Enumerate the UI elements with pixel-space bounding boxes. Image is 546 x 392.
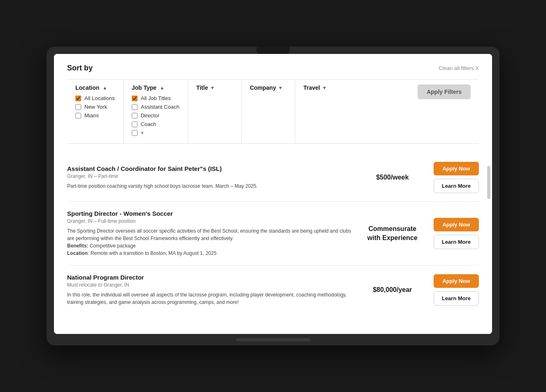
apply-filters-button[interactable]: Apply Filters: [418, 84, 471, 99]
filter-group-job-type: Job Type ▲ All Job Titles Ass: [124, 79, 188, 143]
checkbox-all-locations[interactable]: [75, 96, 81, 101]
filter-group-title: Title ▾: [188, 79, 242, 143]
filter-option-director[interactable]: Director: [132, 112, 180, 119]
filter-label-title: Title: [196, 84, 208, 91]
job-salary-3: $80,000/year: [359, 286, 425, 294]
filter-header-travel[interactable]: Travel ▾: [303, 84, 341, 91]
job-description-1: Part-time position coaching varsity high…: [67, 182, 351, 190]
apply-now-button-3[interactable]: Apply Now: [434, 274, 479, 288]
apply-now-button-1[interactable]: Apply Now: [434, 162, 479, 175]
filter-group-travel: Travel ▾: [295, 79, 349, 143]
job-actions-1: Apply Now Learn More: [434, 162, 479, 193]
job-card-1: Assistant Coach / Coordinator for Saint …: [67, 154, 479, 202]
filter-groups-container: Location ▲ All Locations New: [67, 79, 409, 143]
filter-option-more[interactable]: +: [132, 130, 180, 136]
filter-label-job-type: Job Type: [132, 84, 156, 91]
filter-option-assistant-coach[interactable]: Assistant Coach: [132, 104, 180, 110]
learn-more-button-2[interactable]: Learn More: [434, 235, 479, 249]
filter-option-all-locations[interactable]: All Locations: [75, 95, 115, 101]
job-location-3: Must relocate to Granger, IN: [67, 282, 351, 288]
filter-header-company[interactable]: Company ▾: [250, 84, 287, 91]
job-actions-3: Apply Now Learn More: [434, 274, 479, 306]
filter-dropdown-job-type: All Job Titles Assistant Coach Director: [132, 91, 180, 136]
filter-header-title[interactable]: Title ▾: [196, 84, 233, 91]
apply-now-button-2[interactable]: Apply Now: [434, 218, 479, 231]
filter-bar: Location ▲ All Locations New: [67, 79, 479, 144]
filter-dropdown-location: All Locations New York Miami: [75, 91, 115, 119]
job-listings: Assistant Coach / Coordinator for Saint …: [67, 154, 479, 314]
filter-label-company: Company: [250, 84, 276, 91]
sort-by-title: Sort by: [67, 64, 93, 72]
job-info-2: Sporting Director - Women's Soccer Grang…: [67, 210, 351, 257]
job-actions-2: Apply Now Learn More: [434, 218, 479, 249]
filter-option-new-york[interactable]: New York: [75, 104, 115, 110]
job-title-3: National Program Director: [67, 274, 351, 281]
job-card-2: Sporting Director - Women's Soccer Grang…: [67, 202, 479, 266]
chevron-up-icon-location: ▲: [103, 85, 107, 90]
laptop-vent: [236, 338, 310, 341]
job-salary-2: Commensuratewith Experience: [359, 224, 425, 243]
clean-all-filters-button[interactable]: Clean all filters X: [439, 65, 479, 71]
job-description-2: The Sporting Director oversees all socce…: [67, 227, 351, 257]
learn-more-button-1[interactable]: Learn More: [434, 179, 479, 193]
chevron-down-icon-company: ▾: [279, 85, 282, 91]
checkbox-more[interactable]: [132, 130, 138, 136]
job-info-3: National Program Director Must relocate …: [67, 274, 351, 306]
filter-option-miami[interactable]: Miami: [75, 112, 115, 119]
chevron-down-icon-title: ▾: [211, 85, 214, 91]
job-description-3: In this role, the individual will overse…: [67, 291, 351, 306]
checkbox-miami[interactable]: [75, 113, 81, 119]
filter-actions: Apply Filters: [409, 79, 479, 104]
checkbox-director[interactable]: [132, 113, 138, 119]
filter-label-location: Location: [75, 84, 99, 91]
filter-option-coach[interactable]: Coach: [132, 121, 180, 127]
chevron-up-icon-job-type: ▲: [160, 85, 164, 90]
filter-group-company: Company ▾: [242, 79, 295, 143]
checkbox-assistant-coach[interactable]: [132, 104, 138, 110]
job-card-3: National Program Director Must relocate …: [67, 266, 479, 314]
job-location-1: Granger, IN – Part-time: [67, 173, 351, 179]
job-location-2: Granger, IN – Full-time position: [67, 218, 351, 224]
job-title-2: Sporting Director - Women's Soccer: [67, 210, 351, 217]
chevron-down-icon-travel: ▾: [323, 85, 326, 91]
filter-header-location[interactable]: Location ▲: [75, 84, 115, 91]
filter-label-travel: Travel: [303, 84, 320, 91]
job-salary-1: $500/week: [359, 174, 425, 181]
job-title-1: Assistant Coach / Coordinator for Saint …: [67, 165, 351, 172]
checkbox-all-job-titles[interactable]: [132, 96, 138, 101]
filter-header-job-type[interactable]: Job Type ▲: [132, 84, 180, 91]
checkbox-coach[interactable]: [132, 121, 138, 127]
learn-more-button-3[interactable]: Learn More: [434, 291, 479, 306]
scrollbar[interactable]: [487, 166, 490, 199]
filter-option-all-job-titles[interactable]: All Job Titles: [132, 95, 180, 101]
job-info-1: Assistant Coach / Coordinator for Saint …: [67, 165, 351, 190]
filter-group-location: Location ▲ All Locations New: [67, 79, 124, 143]
checkbox-new-york[interactable]: [75, 104, 81, 110]
sort-by-row: Sort by Clean all filters X: [67, 64, 479, 72]
